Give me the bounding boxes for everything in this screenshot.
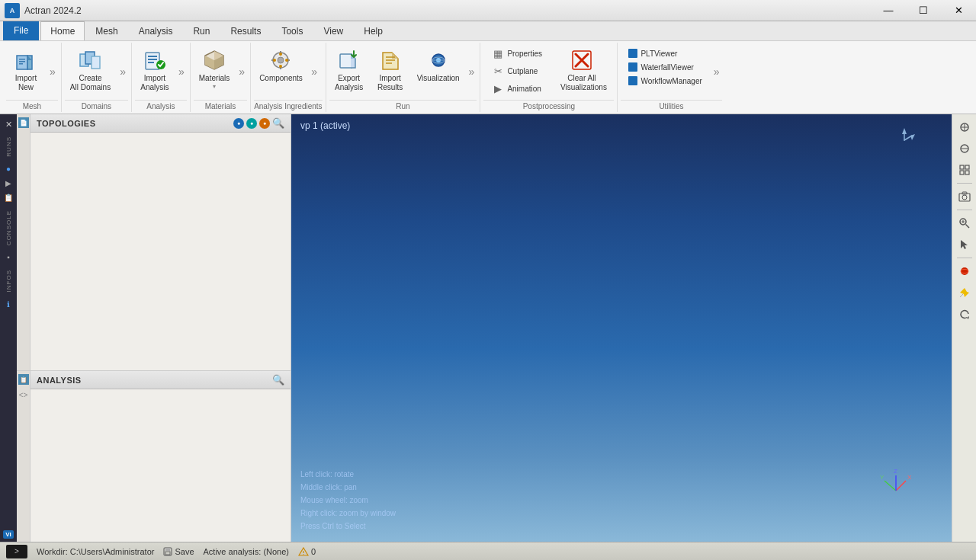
- import-analysis-button[interactable]: Import Analysis: [135, 44, 175, 96]
- svg-rect-39: [964, 124, 965, 130]
- properties-button[interactable]: ▦ Properties: [486, 46, 547, 62]
- topologies-search-icon[interactable]: 🔍: [272, 117, 284, 129]
- workflowmanager-button[interactable]: WorkflowManager: [624, 75, 706, 87]
- terminal-button[interactable]: >: [6, 545, 27, 558]
- tab-mesh[interactable]: Mesh: [85, 21, 127, 40]
- import-new-icon: [14, 48, 38, 72]
- analysis-strip-icon[interactable]: 📋: [18, 374, 29, 385]
- rt-sep2: [957, 210, 972, 210]
- svg-line-55: [960, 294, 963, 297]
- workflowmanager-color: [628, 76, 637, 85]
- mesh-more[interactable]: »: [47, 66, 58, 78]
- viewport-hints: Left click: rotate Middle click: pan Mou…: [300, 468, 396, 533]
- rt-pin-button[interactable]: [955, 283, 974, 302]
- tab-home[interactable]: Home: [40, 21, 85, 40]
- import-new-button[interactable]: Import New: [6, 44, 46, 96]
- analysis-panel: 📋 <> ANALYSIS 🔍: [17, 370, 291, 542]
- rt-sep1: [957, 183, 972, 184]
- ingredients-more[interactable]: »: [309, 66, 319, 78]
- materials-group-label: Materials: [194, 100, 247, 110]
- postprocessing-group-label: Postprocessing: [483, 100, 614, 110]
- panel-doc-icon[interactable]: 📄: [18, 117, 29, 128]
- create-all-domains-button[interactable]: Create All Domains: [65, 44, 116, 96]
- rt-select-button[interactable]: [955, 235, 974, 254]
- save-label: Save: [175, 547, 194, 556]
- analysis-header: ANALYSIS 🔍: [30, 371, 291, 389]
- tab-run[interactable]: Run: [183, 21, 220, 40]
- analysis-more[interactable]: »: [176, 66, 187, 78]
- viewport: vp 1 (active) Left click: rotate Middle …: [291, 114, 952, 542]
- analysis-panel-inner: ANALYSIS 🔍: [30, 371, 291, 542]
- ribbon-group-analysis-import: Import Analysis » Analysis: [132, 43, 191, 112]
- svg-rect-45: [965, 171, 969, 174]
- svg-point-20: [279, 53, 282, 56]
- 3d-axis-indicator: X Y Z: [877, 464, 915, 504]
- close-button[interactable]: ✕: [941, 0, 976, 21]
- topologies-icon2[interactable]: ●: [246, 118, 257, 129]
- rt-icon3[interactable]: [955, 160, 974, 180]
- import-results-button[interactable]: Import Results: [371, 44, 410, 96]
- import-analysis-label: Import Analysis: [140, 74, 169, 92]
- sidebar-clipboard-button[interactable]: 📋: [2, 191, 15, 205]
- rt-zoom-button[interactable]: [955, 213, 974, 233]
- components-button[interactable]: Components: [254, 44, 307, 87]
- sidebar-close-button[interactable]: ✕: [2, 117, 15, 131]
- sidebar-console-icon[interactable]: ▪: [2, 251, 15, 264]
- ribbon-group-ingredients: Components » Analysis Ingredients: [251, 43, 326, 112]
- analysis-group-label: Analysis: [135, 100, 187, 110]
- analysis-search-icon[interactable]: 🔍: [272, 374, 284, 386]
- rt-rotate-button[interactable]: [955, 304, 974, 324]
- export-analysis-button[interactable]: Export Analysis: [329, 44, 369, 96]
- svg-point-53: [961, 267, 968, 275]
- properties-icon: ▦: [492, 48, 504, 59]
- svg-marker-29: [902, 128, 907, 134]
- animation-button[interactable]: ▶ Animation: [486, 81, 547, 97]
- sidebar-runs-icon1[interactable]: ●: [2, 162, 15, 176]
- topologies-icon1[interactable]: ●: [233, 118, 244, 129]
- tab-tools[interactable]: Tools: [271, 21, 313, 40]
- import-new-label: Import New: [15, 74, 37, 92]
- tab-view[interactable]: View: [313, 21, 353, 40]
- sidebar-play-button[interactable]: ▶: [2, 177, 15, 190]
- clear-all-visualizations-button[interactable]: Clear All Visualizations: [555, 44, 608, 96]
- pltviewer-color: [628, 49, 637, 58]
- logo-text: A: [10, 7, 15, 14]
- ribbon-group-utilities: PLTViewer WaterfallViewer WorkflowManage…: [618, 43, 724, 112]
- minimize-button[interactable]: —: [871, 0, 906, 21]
- rt-icon2[interactable]: [955, 139, 974, 158]
- run-more[interactable]: »: [467, 66, 477, 78]
- workflowmanager-label: WorkflowManager: [640, 77, 702, 85]
- utilities-group-label: Utilities: [621, 100, 721, 110]
- svg-point-22: [273, 59, 276, 62]
- save-button[interactable]: Save: [163, 547, 194, 556]
- pltviewer-button[interactable]: PLTViewer: [624, 47, 706, 59]
- rt-icon1[interactable]: [955, 117, 974, 137]
- rt-sphere-button[interactable]: [955, 261, 974, 281]
- topologies-panel-header: TOPOLOGIES ● ● ● 🔍: [30, 114, 291, 133]
- topologies-icon3[interactable]: ●: [259, 118, 270, 129]
- maximize-button[interactable]: ☐: [906, 0, 941, 21]
- svg-rect-12: [148, 62, 154, 63]
- materials-button[interactable]: Materials ▾: [194, 44, 236, 94]
- rt-camera-button[interactable]: [955, 187, 974, 206]
- visualization-button[interactable]: Visualization: [412, 44, 465, 87]
- materials-more[interactable]: »: [236, 66, 247, 78]
- tab-results[interactable]: Results: [220, 21, 271, 40]
- domains-more[interactable]: »: [117, 66, 128, 78]
- svg-rect-3: [19, 59, 25, 60]
- ribbon-group-materials: Materials ▾ » Materials: [191, 43, 251, 112]
- analysis-code-icon[interactable]: <>: [18, 389, 29, 400]
- waterfallviewer-color: [628, 62, 637, 72]
- tab-analysis[interactable]: Analysis: [129, 21, 183, 40]
- cutplane-button[interactable]: ✂ Cutplane: [486, 63, 547, 79]
- materials-dropdown[interactable]: ▾: [213, 83, 216, 90]
- waterfallviewer-button[interactable]: WaterfallViewer: [624, 61, 706, 73]
- utilities-more[interactable]: »: [711, 66, 722, 78]
- svg-rect-4: [19, 61, 25, 62]
- tab-file[interactable]: File: [3, 21, 39, 40]
- tab-help[interactable]: Help: [354, 21, 393, 40]
- svg-line-31: [896, 481, 906, 491]
- svg-rect-0: [17, 56, 27, 69]
- create-domains-label: Create All Domains: [70, 74, 111, 92]
- sidebar-info-icon[interactable]: ℹ: [2, 297, 15, 311]
